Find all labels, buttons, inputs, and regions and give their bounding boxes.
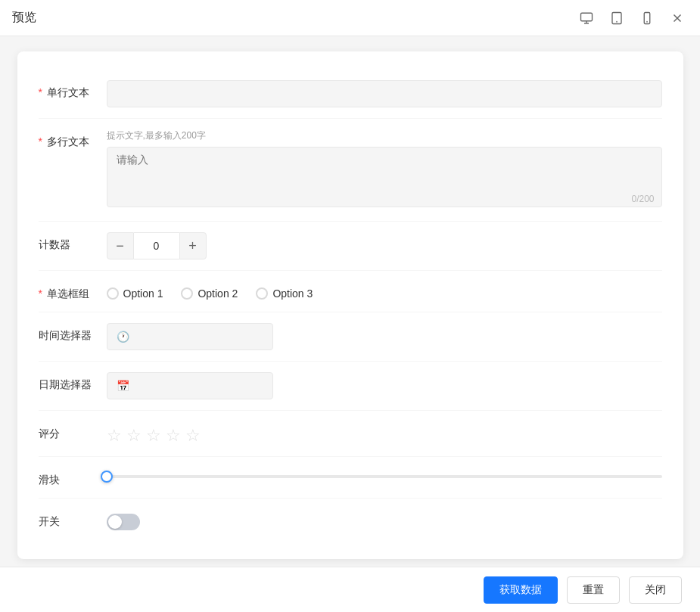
- multi-text-input[interactable]: [107, 147, 662, 207]
- star-5[interactable]: ☆: [185, 426, 201, 446]
- counter-row: 计数器 − 0 +: [39, 222, 662, 271]
- required-mark: *: [39, 86, 42, 98]
- counter-control: − 0 +: [107, 232, 662, 259]
- time-picker-label: 时间选择器: [39, 323, 107, 343]
- multi-text-row: * 多行文本 提示文字,最多输入200字 0/200: [39, 119, 662, 222]
- slider-label: 滑块: [39, 468, 107, 487]
- bottom-bar: 获取数据 重置 关闭: [0, 567, 700, 612]
- counter-label: 计数器: [39, 232, 107, 252]
- toggle-control: [107, 509, 662, 530]
- toggle-switch[interactable]: [107, 514, 140, 530]
- radio-group: Option 1 Option 2 Option 3: [107, 281, 662, 300]
- mobile-view-icon[interactable]: [636, 8, 658, 29]
- radio-option-2[interactable]: Option 2: [181, 287, 238, 300]
- desktop-view-icon[interactable]: [576, 8, 597, 29]
- date-picker-control: 📅: [107, 372, 662, 399]
- tablet-view-icon[interactable]: [606, 8, 627, 29]
- multi-text-control: 提示文字,最多输入200字 0/200: [107, 129, 662, 210]
- toggle-row: 开关: [39, 499, 662, 541]
- main-content: * 单行文本 * 多行文本 提示文字,最多输入200字 0/200: [0, 36, 700, 574]
- radio-control: Option 1 Option 2 Option 3: [107, 281, 662, 300]
- radio-label-1: Option 1: [123, 287, 163, 300]
- svg-rect-0: [581, 13, 593, 21]
- radio-label: * 单选框组: [39, 281, 107, 301]
- single-text-control: [107, 80, 662, 107]
- top-bar: 预览: [0, 0, 700, 36]
- radio-row: * 单选框组 Option 1 Option 2 Option 3: [39, 271, 662, 312]
- rating-row: 评分 ☆ ☆ ☆ ☆ ☆: [39, 411, 662, 457]
- toggle-wrap: [107, 509, 662, 530]
- char-count: 0/200: [631, 194, 654, 204]
- calendar-icon: 📅: [117, 380, 129, 392]
- page-title: 预览: [12, 10, 36, 26]
- multi-text-label: * 多行文本: [39, 129, 107, 149]
- star-3[interactable]: ☆: [146, 426, 161, 446]
- single-text-input[interactable]: [107, 80, 662, 107]
- fetch-data-button[interactable]: 获取数据: [484, 576, 558, 604]
- radio-circle-1: [107, 287, 119, 300]
- counter-plus-button[interactable]: +: [179, 232, 207, 259]
- counter-wrap: − 0 +: [107, 232, 662, 259]
- star-1[interactable]: ☆: [107, 426, 122, 446]
- slider-wrap: [107, 468, 662, 481]
- time-picker-input[interactable]: 🕐: [107, 323, 273, 350]
- radio-label-2: Option 2: [198, 287, 238, 300]
- required-mark-multi: *: [39, 135, 42, 148]
- single-text-row: * 单行文本: [39, 70, 662, 119]
- slider-track: [107, 475, 662, 478]
- radio-option-3[interactable]: Option 3: [256, 287, 313, 300]
- counter-value: 0: [134, 232, 179, 259]
- radio-circle-2: [181, 287, 193, 300]
- rating-control: ☆ ☆ ☆ ☆ ☆: [107, 421, 662, 446]
- toggle-knob: [108, 515, 122, 529]
- rating-label: 评分: [39, 421, 107, 441]
- date-picker-input[interactable]: 📅: [107, 372, 273, 399]
- form-card: * 单行文本 * 多行文本 提示文字,最多输入200字 0/200: [17, 51, 683, 559]
- radio-label-3: Option 3: [272, 287, 313, 300]
- time-picker-row: 时间选择器 🕐: [39, 312, 662, 362]
- counter-minus-button[interactable]: −: [107, 232, 134, 259]
- view-icons: [576, 8, 688, 29]
- toggle-label: 开关: [39, 509, 107, 529]
- slider-control: [107, 468, 662, 481]
- reset-button[interactable]: 重置: [567, 576, 620, 604]
- multiline-hint: 提示文字,最多输入200字: [107, 129, 662, 142]
- date-picker-label: 日期选择器: [39, 372, 107, 392]
- required-mark-radio: *: [39, 287, 42, 300]
- radio-option-1[interactable]: Option 1: [107, 287, 163, 300]
- star-2[interactable]: ☆: [126, 426, 142, 446]
- date-picker-row: 日期选择器 📅: [39, 362, 662, 411]
- rating-wrap: ☆ ☆ ☆ ☆ ☆: [107, 421, 662, 446]
- close-icon[interactable]: [667, 8, 688, 29]
- single-text-label: * 单行文本: [39, 80, 107, 100]
- time-picker-control: 🕐: [107, 323, 662, 350]
- close-button[interactable]: 关闭: [629, 576, 682, 604]
- radio-circle-3: [256, 287, 268, 300]
- clock-icon: 🕐: [117, 331, 129, 343]
- textarea-wrap: 0/200: [107, 147, 662, 210]
- star-4[interactable]: ☆: [166, 426, 181, 446]
- slider-row: 滑块: [39, 457, 662, 499]
